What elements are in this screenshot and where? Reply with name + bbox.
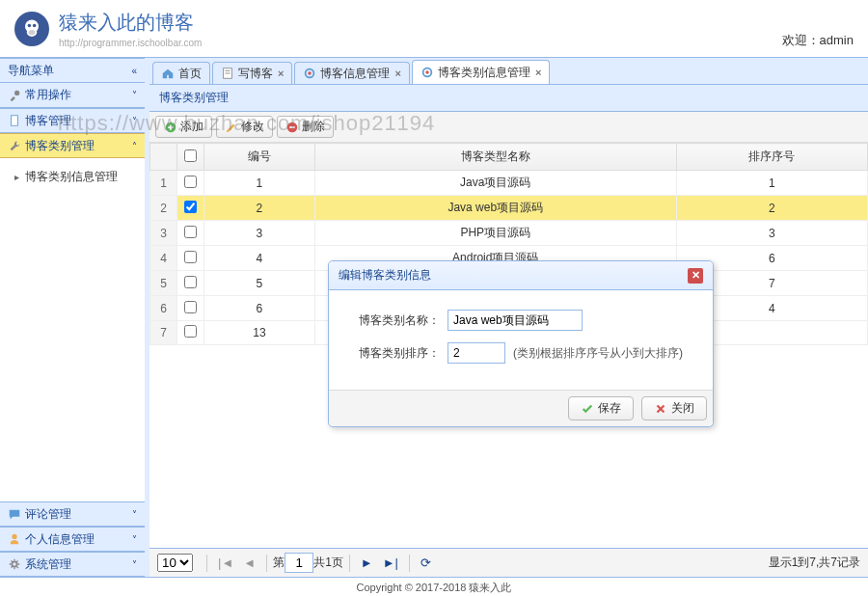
save-button[interactable]: 保存 (568, 396, 634, 420)
id-cell: 4 (204, 246, 315, 271)
cross-icon (654, 402, 667, 416)
order-cell: 2 (676, 196, 867, 221)
footer: Copyright © 2017-2018 猿来入此 (0, 577, 868, 596)
checkbox-cell[interactable] (177, 171, 204, 196)
logo (14, 12, 49, 46)
expand-icon: ˅ (132, 90, 137, 100)
dialog-close-icon[interactable]: ✕ (688, 268, 703, 284)
prev-page-icon[interactable]: ◄ (238, 555, 260, 570)
sidebar-section-label: 博客管理 (25, 113, 132, 129)
tab-3[interactable]: 博客类别信息管理× (412, 60, 550, 84)
rownum-cell: 2 (150, 196, 177, 221)
col-header-2[interactable]: 排序序号 (676, 144, 867, 171)
id-cell: 6 (204, 296, 315, 321)
sidebar-section-0[interactable]: 常用操作˅ (0, 83, 145, 108)
rownum-header (150, 144, 177, 171)
home-icon (161, 67, 175, 80)
collapse-icon[interactable]: « (131, 66, 137, 76)
site-subtitle: http://programmer.ischoolbar.com (59, 38, 202, 48)
page-size-select[interactable]: 10 (157, 554, 193, 572)
col-header-1[interactable]: 博客类型名称 (314, 144, 676, 171)
sidebar-section-3[interactable]: 评论管理˅ (0, 501, 145, 527)
order-label: 博客类别排序： (353, 345, 440, 362)
delete-button[interactable]: 删除 (277, 116, 334, 138)
name-cell: PHP项目源码 (314, 221, 676, 246)
pager-info: 显示1到7,共7记录 (769, 555, 860, 571)
checkbox-cell[interactable] (177, 246, 204, 271)
order-hint: (类别根据排序序号从小到大排序) (513, 345, 683, 362)
category-order-input[interactable] (448, 342, 505, 364)
svg-point-9 (12, 561, 16, 566)
sidebar-section-4[interactable]: 个人信息管理˅ (0, 527, 145, 552)
next-page-icon[interactable]: ► (356, 555, 378, 570)
table-row[interactable]: 33PHP项目源码3 (150, 221, 868, 246)
svg-point-14 (425, 70, 429, 74)
order-cell: 3 (676, 221, 867, 246)
add-icon (164, 121, 177, 134)
expand-icon: ˅ (132, 534, 137, 545)
tab-label: 博客类别信息管理 (438, 65, 530, 81)
target-icon (303, 67, 316, 80)
pager: 10 |◄ ◄ 第 共1页 ► ►| ⟳ 显示1到7,共7记录 (149, 548, 868, 577)
edit-dialog: 编辑博客类别信息 ✕ 博客类别名称： 博客类别排序： (类别根据排序序号从小到大… (328, 260, 714, 427)
name-cell: Java项目源码 (314, 171, 676, 196)
checkbox-cell[interactable] (177, 321, 204, 345)
sidebar-section-label: 博客类别管理 (25, 138, 132, 154)
checkbox-cell[interactable] (177, 196, 204, 221)
id-cell: 1 (204, 171, 315, 196)
expand-icon: ˄ (132, 141, 137, 151)
id-cell: 5 (204, 271, 315, 296)
tree-item-category[interactable]: 博客类别信息管理 (10, 166, 135, 188)
doc-icon (8, 114, 21, 127)
category-name-input[interactable] (448, 310, 583, 331)
sidebar-section-label: 系统管理 (25, 556, 132, 573)
edit-button[interactable]: 修改 (216, 116, 273, 138)
dialog-title: 编辑博客类别信息 (339, 267, 431, 284)
expand-icon: ˅ (132, 116, 137, 126)
dialog-title-bar[interactable]: 编辑博客类别信息 ✕ (329, 261, 713, 290)
checkbox-cell[interactable] (177, 296, 204, 321)
svg-point-6 (14, 90, 19, 95)
sidebar-header[interactable]: 导航菜单 « (0, 58, 145, 83)
edit-icon (225, 121, 238, 134)
sidebar-section-label: 评论管理 (25, 506, 132, 523)
tab-close-icon[interactable]: × (278, 68, 284, 79)
add-button[interactable]: 添加 (155, 116, 212, 138)
rownum-cell: 6 (150, 296, 177, 321)
tab-close-icon[interactable]: × (535, 67, 541, 78)
last-page-icon[interactable]: ►| (378, 555, 403, 570)
sidebar-section-5[interactable]: 系统管理˅ (0, 552, 145, 577)
svg-point-8 (12, 534, 16, 539)
sidebar-section-label: 常用操作 (25, 87, 132, 103)
name-cell: Java web项目源码 (314, 196, 676, 221)
page-input[interactable] (285, 553, 313, 573)
sidebar-section-2[interactable]: 博客类别管理˄ (0, 133, 145, 158)
order-cell: 1 (676, 171, 867, 196)
col-header-0[interactable]: 编号 (204, 144, 315, 171)
tools-icon (8, 89, 21, 102)
name-label: 博客类别名称： (353, 312, 440, 329)
tab-label: 博客信息管理 (320, 66, 390, 82)
tab-2[interactable]: 博客信息管理× (294, 62, 409, 84)
tab-0[interactable]: 首页 (152, 62, 210, 84)
checkall-header[interactable] (177, 144, 204, 171)
tab-1[interactable]: 写博客× (212, 62, 292, 84)
tab-close-icon[interactable]: × (394, 68, 400, 79)
checkbox-cell[interactable] (177, 221, 204, 246)
expand-icon: ˅ (132, 559, 137, 570)
svg-point-2 (28, 23, 32, 27)
rownum-cell: 1 (150, 171, 177, 196)
close-button[interactable]: 关闭 (641, 396, 707, 420)
expand-icon: ˅ (132, 509, 137, 520)
comment-icon (8, 507, 21, 521)
first-page-icon[interactable]: |◄ (213, 555, 238, 570)
table-row[interactable]: 11Java项目源码1 (150, 171, 868, 196)
edit-icon (221, 67, 234, 80)
table-row[interactable]: 22Java web项目源码2 (150, 196, 868, 221)
svg-point-5 (29, 29, 36, 34)
svg-rect-7 (12, 116, 18, 126)
sidebar-section-1[interactable]: 博客管理˅ (0, 108, 145, 133)
id-cell: 3 (204, 221, 315, 246)
refresh-icon[interactable]: ⟳ (416, 555, 436, 570)
checkbox-cell[interactable] (177, 271, 204, 296)
